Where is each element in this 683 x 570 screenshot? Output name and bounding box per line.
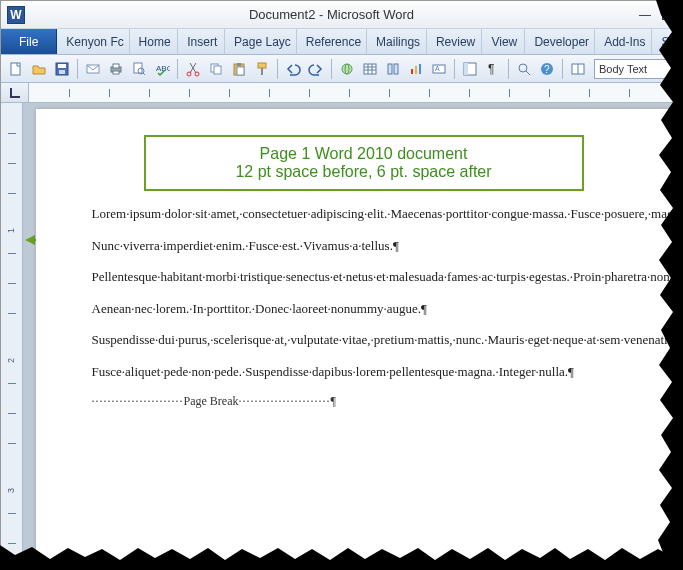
separator — [508, 59, 509, 79]
separator — [331, 59, 332, 79]
help-button[interactable]: ? — [536, 58, 558, 80]
new-doc-button[interactable] — [5, 58, 27, 80]
mail-button[interactable] — [82, 58, 104, 80]
svg-text:?: ? — [544, 64, 550, 75]
svg-text:A: A — [435, 65, 440, 72]
separator — [177, 59, 178, 79]
svg-line-10 — [143, 73, 145, 75]
svg-rect-19 — [258, 63, 266, 68]
svg-rect-6 — [113, 64, 119, 68]
tab-page-layout[interactable]: Page Layc — [225, 29, 297, 54]
svg-rect-32 — [419, 64, 421, 74]
minimize-button[interactable]: — — [636, 8, 654, 22]
svg-rect-7 — [113, 71, 119, 74]
svg-point-13 — [195, 72, 199, 76]
svg-point-12 — [187, 72, 191, 76]
ruler-horizontal-bar — [1, 83, 682, 103]
svg-rect-23 — [364, 64, 376, 74]
separator — [277, 59, 278, 79]
insert-link-button[interactable] — [336, 58, 358, 80]
svg-rect-15 — [214, 66, 221, 74]
undo-button[interactable] — [282, 58, 304, 80]
copy-button[interactable] — [205, 58, 227, 80]
window-title: Document2 - Microsoft Word — [31, 7, 632, 22]
format-painter-button[interactable] — [251, 58, 273, 80]
titlebar: W Document2 - Microsoft Word — — [1, 1, 682, 29]
annotation-callout: Page 1 Word 2010 document 12 pt space be… — [144, 135, 584, 191]
maximize-button[interactable] — [658, 8, 676, 22]
vruler-num: 2 — [6, 358, 16, 363]
tab-stop-selector[interactable] — [1, 83, 29, 102]
tab-developer[interactable]: Developer — [525, 29, 595, 54]
print-preview-button[interactable] — [128, 58, 150, 80]
vruler-num: 1 — [6, 228, 16, 233]
tab-insert[interactable]: Insert — [178, 29, 225, 54]
doc-map-button[interactable] — [459, 58, 481, 80]
style-combo-value: Body Text — [599, 63, 647, 75]
separator — [454, 59, 455, 79]
callout-line2: 12 pt space before, 6 pt. space after — [170, 163, 558, 181]
svg-rect-17 — [237, 63, 241, 66]
save-button[interactable] — [51, 58, 73, 80]
quick-access-toolbar: ABC A ¶ ? Body Text — [1, 55, 682, 83]
page-break-label: Page Break — [184, 394, 239, 408]
svg-line-39 — [526, 71, 530, 75]
tab-mailings[interactable]: Mailings — [367, 29, 427, 54]
app-icon: W — [7, 6, 25, 24]
ruler-vertical[interactable]: 1 2 3 — [1, 103, 23, 569]
chart-button[interactable] — [405, 58, 427, 80]
tab-references[interactable]: Reference — [297, 29, 367, 54]
svg-rect-30 — [411, 69, 413, 74]
page-break-marker[interactable]: Page Break¶ — [92, 394, 636, 409]
tab-view[interactable]: View — [482, 29, 525, 54]
callout-line1: Page 1 Word 2010 document — [170, 145, 558, 163]
paste-button[interactable] — [228, 58, 250, 80]
separator — [77, 59, 78, 79]
open-button[interactable] — [28, 58, 50, 80]
show-formatting-button[interactable]: ¶ — [482, 58, 504, 80]
style-combo[interactable]: Body Text — [594, 59, 678, 79]
tab-addins[interactable]: Add-Ins — [595, 29, 652, 54]
ribbon-tabs: File Kenyon Fc Home Insert Page Layc Ref… — [1, 29, 682, 55]
paragraph[interactable]: Pellentesque·habitant·morbi·tristique·se… — [92, 268, 636, 286]
svg-rect-28 — [388, 64, 392, 74]
paragraph[interactable]: Suspendisse·dui·purus,·scelerisque·at,·v… — [92, 331, 636, 349]
zoom-button[interactable] — [513, 58, 535, 80]
page-1[interactable]: Page 1 Word 2010 document 12 pt space be… — [36, 109, 676, 569]
read-mode-button[interactable] — [567, 58, 589, 80]
table-button[interactable] — [359, 58, 381, 80]
paragraph[interactable]: Aenean·nec·lorem.·In·porttitor.·Donec·la… — [92, 300, 636, 318]
ruler-horizontal[interactable] — [29, 83, 682, 102]
svg-rect-2 — [58, 64, 66, 68]
app-window: W Document2 - Microsoft Word — File Keny… — [0, 0, 683, 570]
tab-review[interactable]: Review — [427, 29, 483, 54]
svg-rect-20 — [261, 68, 263, 75]
svg-rect-18 — [237, 67, 244, 75]
svg-rect-29 — [394, 64, 398, 74]
vruler-num: 3 — [6, 488, 16, 493]
svg-point-21 — [342, 64, 352, 74]
textbox-button[interactable]: A — [428, 58, 450, 80]
document-viewport[interactable]: Page 1 Word 2010 document 12 pt space be… — [23, 103, 682, 569]
column-button[interactable] — [382, 58, 404, 80]
spellcheck-button[interactable]: ABC — [151, 58, 173, 80]
svg-marker-45 — [25, 235, 35, 245]
svg-rect-3 — [59, 70, 65, 74]
tab-overflow[interactable]: St — [652, 29, 682, 54]
tab-file[interactable]: File — [1, 29, 57, 54]
svg-text:¶: ¶ — [488, 62, 494, 76]
tab-home[interactable]: Home — [130, 29, 179, 54]
svg-rect-0 — [11, 63, 20, 75]
separator — [562, 59, 563, 79]
tab-kenyon[interactable]: Kenyon Fc — [57, 29, 129, 54]
print-button[interactable] — [105, 58, 127, 80]
svg-rect-31 — [415, 66, 417, 74]
cut-button[interactable] — [182, 58, 204, 80]
redo-button[interactable] — [305, 58, 327, 80]
svg-point-38 — [519, 64, 527, 72]
paragraph[interactable]: Nunc·viverra·imperdiet·enim.·Fusce·est.·… — [92, 237, 636, 255]
paragraph[interactable]: Fusce·aliquet·pede·non·pede.·Suspendisse… — [92, 363, 636, 381]
svg-rect-36 — [464, 63, 468, 75]
work-area: 1 2 3 Page 1 Word 2010 document 12 pt sp… — [1, 103, 682, 569]
paragraph[interactable]: Lorem·ipsum·dolor·sit·amet,·consectetuer… — [92, 205, 636, 223]
